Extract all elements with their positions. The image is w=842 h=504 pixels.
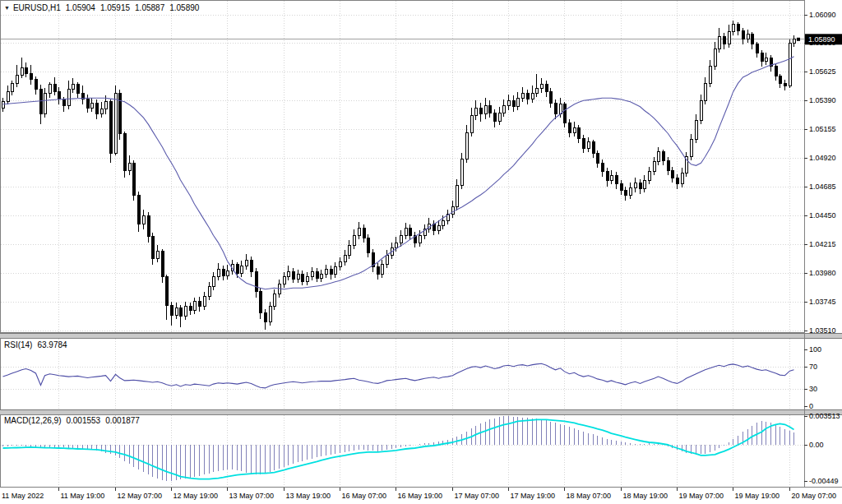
bull-candle [269,307,271,322]
bull-candle [484,105,487,113]
bear-candle [123,134,126,171]
macd-tick-label: -0.00449 [809,477,839,485]
bear-candle [592,142,594,153]
time-tick-label: 18 May 19:00 [623,492,669,500]
bull-candle [217,270,220,277]
bear-candle [577,127,580,138]
bear-candle [596,153,599,163]
bull-candle [11,83,13,91]
bull-candle [470,115,473,132]
bull-candle [405,228,407,235]
price-tick-label: 1.04215 [809,240,836,248]
bear-candle [667,160,669,170]
bear-candle [377,267,379,275]
bull-candle [353,235,355,245]
price-axis[interactable]: 1.060901.058601.056251.053901.051551.049… [804,11,840,485]
bear-candle [198,302,201,307]
bear-candle [601,163,604,171]
price-tick-label: 1.04920 [809,154,836,162]
bull-candle [465,132,468,160]
time-tick-label: 12 May 19:00 [173,492,219,500]
bull-candle [502,105,505,113]
price-tick-label: 1.03510 [809,326,836,335]
bull-candle [72,85,74,90]
price-tick-label: 1.03980 [809,269,836,277]
time-tick-label: 18 May 07:00 [567,492,612,500]
time-tick-label: 19 May 19:00 [735,492,780,500]
bull-candle [451,207,454,215]
bear-candle [189,307,192,310]
trading-chart-window: 1.060901.058601.056251.053901.051551.049… [0,0,842,504]
price-tick-label: 1.04685 [809,183,836,191]
bear-candle [615,175,618,183]
bear-candle [95,103,98,113]
rsi-value: 63.9784 [37,340,67,349]
bear-candle [118,93,121,133]
bull-candle [273,294,275,307]
chart-header: ▼ EURUSD,H1 1.05904 1.05915 1.05887 1.05… [4,3,199,12]
bull-candle [287,272,289,277]
bear-candle [30,74,32,80]
bull-candle [718,37,720,49]
bear-candle [751,35,753,44]
price-tick-label: 1.06090 [809,11,836,19]
bull-candle [714,49,716,67]
bull-candle [381,265,383,275]
bull-candle [2,102,4,108]
bull-candle [395,243,397,247]
bull-candle [634,183,636,187]
bull-candle [104,102,107,109]
bear-candle [526,93,529,99]
bear-candle [264,312,266,322]
bull-candle [142,215,145,224]
bull-candle [208,287,210,297]
bear-candle [62,99,65,105]
bear-candle [179,307,182,316]
bull-candle [732,25,734,32]
bull-candle [704,83,706,100]
bear-candle [568,123,571,132]
bull-candle [283,277,285,284]
bull-candle [297,275,299,280]
bear-candle [775,67,777,76]
price-tick-label: 1.05625 [809,67,836,76]
bear-candle [620,184,622,190]
bull-candle [559,104,562,114]
bull-candle [114,93,117,153]
bull-candle [695,120,697,140]
bear-candle [170,305,173,315]
bull-candle [320,275,322,278]
bear-candle [58,92,60,99]
time-tick-label: 19 May 07:00 [679,492,724,500]
chart-canvas[interactable]: 1.060901.058601.056251.053901.051551.049… [0,0,842,504]
bull-candle [498,113,501,121]
bear-candle [639,183,641,188]
bear-candle [330,270,332,275]
bull-candle [610,175,613,180]
price-tick-label: 1.03745 [809,298,836,306]
bear-candle [723,37,725,44]
bull-candle [128,163,131,170]
bull-candle [540,85,543,88]
bull-candle [648,172,650,180]
bear-candle [662,152,664,160]
bull-candle [643,180,645,188]
bull-candle [21,67,23,75]
time-tick-label: 13 May 19:00 [286,492,331,500]
bull-candle [325,270,327,275]
bull-candle [474,108,477,115]
symbol-dropdown-icon[interactable]: ▼ [4,4,10,12]
bull-candle [16,75,18,83]
bull-candle [507,100,510,105]
bull-candle [245,260,248,266]
ohlc-open: 1.05904 [66,3,95,12]
time-axis[interactable]: 11 May 202211 May 19:0012 May 07:0012 Ma… [2,488,836,500]
rsi-pane-border [1,339,805,411]
bear-candle [676,178,678,183]
rsi-label: RSI(14) [4,340,32,349]
bear-candle [545,85,548,92]
bear-candle [222,270,224,275]
bear-candle [488,105,491,113]
bull-candle [334,267,336,275]
bear-candle [250,260,252,272]
